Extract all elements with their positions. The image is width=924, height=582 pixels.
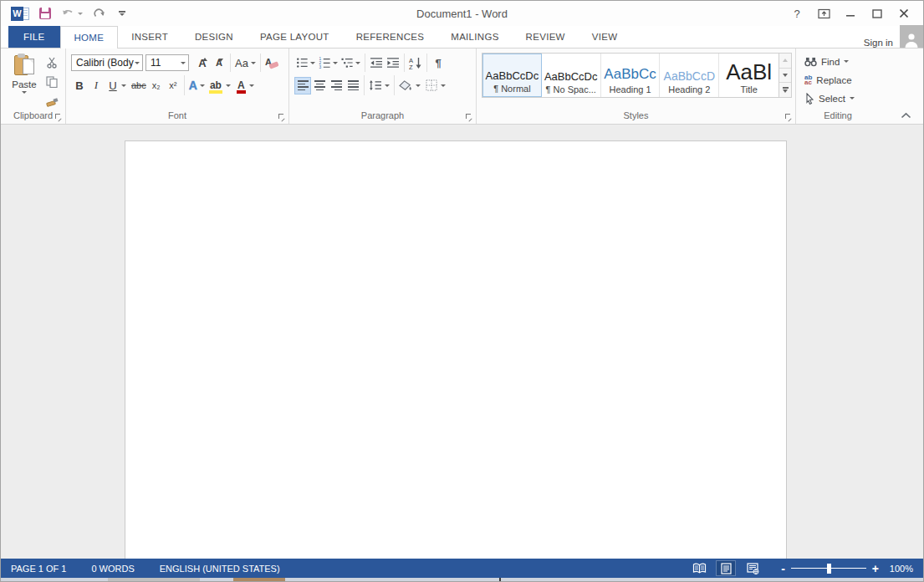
increase-indent-button[interactable] [385, 54, 401, 72]
maximize-icon [872, 9, 882, 18]
paragraph-dialog-launcher[interactable] [465, 113, 473, 121]
multilevel-list-button[interactable] [339, 54, 362, 72]
tab-references[interactable]: REFERENCES [343, 26, 438, 48]
align-center-button[interactable] [311, 77, 328, 94]
cut-button[interactable] [43, 55, 61, 70]
style-sample: AaBbCcDc [544, 70, 598, 83]
styles-scroll-up-button[interactable] [779, 54, 791, 69]
select-button[interactable]: Select [804, 90, 855, 106]
tab-review[interactable]: REVIEW [513, 26, 579, 48]
web-layout-button[interactable] [743, 560, 763, 576]
underline-button[interactable]: U [105, 77, 121, 94]
status-bar: PAGE 1 OF 1 0 WORDS ENGLISH (UNITED STAT… [1, 559, 923, 578]
minimize-button[interactable] [840, 5, 861, 22]
zoom-slider[interactable] [791, 564, 866, 574]
paste-button[interactable]: Paste [6, 52, 43, 109]
clear-formatting-button[interactable]: A [263, 54, 280, 72]
document-page[interactable] [125, 140, 787, 559]
replace-label: Replace [816, 75, 851, 85]
style-sample: AaBbCc [604, 66, 656, 83]
subscript-button[interactable]: x₂ [148, 77, 165, 94]
font-size-select[interactable]: 11 [145, 54, 189, 71]
zoom-level[interactable]: 100% [885, 564, 913, 574]
page-indicator[interactable]: PAGE 1 OF 1 [9, 564, 68, 574]
tab-design[interactable]: DESIGN [181, 26, 247, 48]
format-painter-button[interactable] [43, 94, 61, 109]
line-spacing-button[interactable] [367, 77, 391, 94]
style-heading-2[interactable]: AaBbCcD Heading 2 [660, 54, 719, 97]
find-button[interactable]: Find [804, 54, 855, 69]
underline-dropdown-icon[interactable] [121, 84, 126, 87]
svg-text:Z: Z [409, 64, 413, 69]
close-button[interactable] [893, 5, 915, 22]
tab-home[interactable]: HOME [60, 26, 119, 48]
ribbon-display-options-button[interactable] [813, 5, 835, 22]
show-hide-marks-button[interactable]: ¶ [430, 54, 447, 72]
tab-page-layout[interactable]: PAGE LAYOUT [247, 26, 343, 48]
align-left-button[interactable] [294, 77, 311, 94]
help-button[interactable]: ? [786, 5, 808, 22]
font-dialog-launcher[interactable] [278, 113, 286, 121]
print-layout-button[interactable] [716, 560, 736, 576]
undo-button[interactable] [61, 5, 83, 22]
customize-quick-access-button[interactable] [115, 5, 130, 22]
align-right-button[interactable] [328, 77, 345, 94]
strikethrough-button[interactable]: abc [130, 77, 148, 94]
tab-mailings[interactable]: MAILINGS [437, 26, 512, 48]
customize-quick-access-icon [119, 11, 125, 16]
decrease-indent-button[interactable] [368, 54, 385, 72]
clipboard-dialog-launcher[interactable] [54, 113, 63, 121]
read-mode-button[interactable] [689, 560, 709, 576]
font-name-select[interactable]: Calibri (Body [71, 54, 143, 71]
borders-button[interactable] [424, 77, 447, 94]
style-heading-1[interactable]: AaBbCc Heading 1 [601, 54, 661, 97]
numbering-button[interactable]: 123 [317, 54, 339, 72]
sort-icon: A Z [409, 57, 422, 69]
bold-button[interactable]: B [71, 77, 88, 94]
superscript-button[interactable]: x² [165, 77, 181, 94]
font-color-button[interactable]: A [236, 77, 256, 94]
find-dropdown-icon [844, 60, 849, 63]
styles-scroll-down-button[interactable] [779, 69, 791, 84]
zoom-out-button[interactable]: - [781, 563, 785, 574]
maximize-button[interactable] [866, 5, 888, 22]
styles-more-button[interactable] [779, 83, 791, 97]
tab-file[interactable]: FILE [8, 26, 60, 48]
text-highlight-button[interactable]: ab [208, 77, 232, 94]
bullets-button[interactable] [294, 54, 317, 72]
language-indicator[interactable]: ENGLISH (UNITED STATES) [158, 564, 282, 574]
redo-button[interactable] [91, 5, 106, 22]
zoom-controls: - + 100% [781, 563, 913, 574]
word-count[interactable]: 0 WORDS [89, 564, 135, 574]
read-mode-icon [692, 563, 707, 574]
text-effects-button[interactable]: A [187, 77, 207, 94]
tab-insert[interactable]: INSERT [118, 26, 181, 48]
sign-in-link[interactable]: Sign in [864, 38, 900, 48]
zoom-in-button[interactable]: + [872, 563, 879, 574]
justify-button[interactable] [345, 77, 361, 94]
style-sample: AaBbCcDc [486, 69, 539, 82]
style-no-spacing[interactable]: AaBbCcDc ¶ No Spac... [542, 54, 601, 97]
word-app-icon[interactable]: W [11, 7, 29, 21]
style-normal[interactable]: AaBbCcDc ¶ Normal [482, 54, 542, 97]
grow-font-button[interactable]: A [194, 54, 211, 72]
copy-button[interactable] [43, 74, 61, 89]
separator [426, 54, 427, 72]
sort-button[interactable]: A Z [407, 54, 424, 72]
change-case-button[interactable]: Aa [233, 54, 258, 72]
shrink-font-button[interactable]: A [211, 54, 227, 72]
underline-icon: U [109, 79, 116, 92]
italic-button[interactable]: I [88, 77, 105, 94]
tab-view[interactable]: VIEW [579, 26, 631, 48]
svg-text:3: 3 [319, 65, 322, 69]
user-icon [903, 31, 920, 48]
font-name-dropdown-icon [135, 62, 140, 64]
shading-button[interactable] [397, 77, 422, 94]
style-title[interactable]: AaBl Title [719, 54, 779, 97]
collapse-ribbon-button[interactable] [901, 112, 911, 119]
zoom-slider-handle[interactable] [827, 564, 831, 574]
replace-button[interactable]: ab ac Replace [804, 72, 855, 88]
styles-dialog-launcher[interactable] [784, 113, 793, 121]
account-avatar[interactable] [900, 25, 923, 48]
save-button[interactable] [38, 5, 53, 22]
